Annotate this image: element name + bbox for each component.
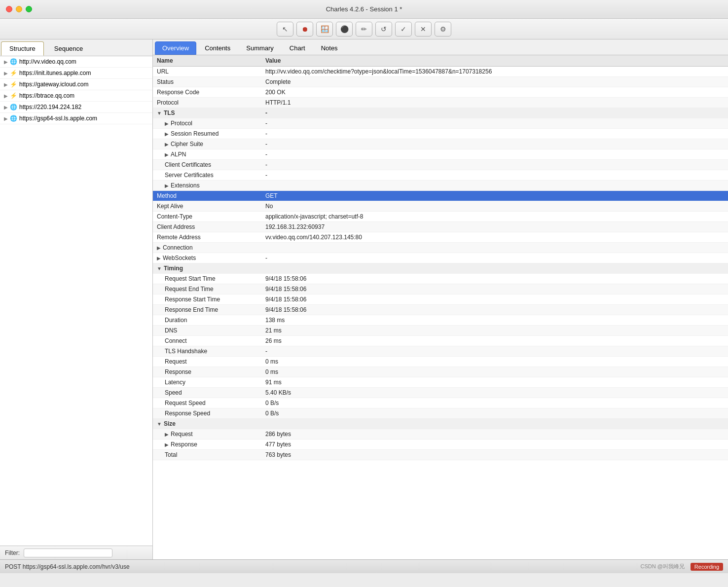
cell-value: vv.video.qq.com/140.207.123.145:80 — [261, 232, 728, 243]
cell-name: ▶Request — [153, 429, 261, 440]
table-row[interactable]: Request Start Time9/4/18 15:58:06 — [153, 274, 728, 284]
table-row[interactable]: ▶ALPN- — [153, 149, 728, 160]
expand-arrow: ▶ — [165, 121, 169, 126]
window-title: Charles 4.2.6 - Session 1 * — [326, 5, 402, 13]
table-row[interactable]: ▼TLS- — [153, 108, 728, 118]
cell-value: 763 bytes — [261, 450, 728, 460]
table-row[interactable]: Speed5.40 KB/s — [153, 388, 728, 398]
cell-value: application/x-javascript; charset=utf-8 — [261, 212, 728, 222]
globe-icon-4: 🌐 — [10, 104, 17, 110]
table-row[interactable]: URLhttp://vv.video.qq.com/checktime?otyp… — [153, 67, 728, 77]
filter-label: Filter: — [5, 550, 20, 556]
table-row[interactable]: Server Certificates- — [153, 170, 728, 181]
table-row[interactable]: ▶Request286 bytes — [153, 429, 728, 440]
data-table: Name Value URLhttp://vv.video.qq.com/che… — [153, 55, 728, 460]
table-row[interactable]: Response Code200 OK — [153, 87, 728, 98]
sidebar-item-0[interactable]: ▶ 🌐 http://vv.video.qq.com — [0, 56, 152, 68]
tab-chart[interactable]: Chart — [282, 41, 313, 55]
cell-value: 0 ms — [261, 367, 728, 377]
filter-input[interactable] — [24, 549, 112, 557]
cell-value: - — [261, 170, 728, 181]
table-row[interactable]: Remote Addressvv.video.qq.com/140.207.12… — [153, 232, 728, 243]
sidebar-filter-bar: Filter: — [0, 546, 152, 559]
table-row[interactable]: ▶Session Resumed- — [153, 129, 728, 139]
cell-value: 9/4/18 15:58:06 — [261, 305, 728, 315]
tab-contents[interactable]: Contents — [197, 41, 238, 55]
main-layout: Structure Sequence ▶ 🌐 http://vv.video.q… — [0, 39, 728, 559]
cell-name: Response Speed — [153, 408, 261, 419]
sidebar-item-2[interactable]: ▶ ⚡ https://gateway.icloud.com — [0, 79, 152, 90]
table-row[interactable]: Client Certificates- — [153, 160, 728, 170]
toolbar-stop-btn[interactable]: ⚫ — [336, 22, 353, 37]
table-row[interactable]: MethodGET — [153, 191, 728, 201]
toolbar: ↖ ⏺ 🪟 ⚫ ✏ ↺ ✓ ✕ ⚙ — [0, 19, 728, 39]
table-row[interactable]: ▶Extensions — [153, 181, 728, 191]
cell-name: ▶Protocol — [153, 118, 261, 129]
toolbar-edit-btn[interactable]: ✏ — [356, 22, 372, 37]
sidebar-tab-structure[interactable]: Structure — [1, 41, 44, 56]
watermark: CSDN @叫我峰兄 — [640, 563, 684, 570]
toolbar-snapshot-btn[interactable]: 🪟 — [316, 22, 333, 37]
overview-table: Name Value URLhttp://vv.video.qq.com/che… — [153, 55, 728, 559]
expand-arrow-3: ▶ — [4, 93, 8, 99]
cell-name: ▼TLS — [153, 108, 261, 118]
table-row[interactable]: ▶WebSockets- — [153, 253, 728, 263]
cell-name: Duration — [153, 315, 261, 326]
tab-overview[interactable]: Overview — [155, 41, 196, 55]
table-row[interactable]: ▶Protocol- — [153, 118, 728, 129]
cell-name: ▼Size — [153, 419, 261, 429]
table-row[interactable]: Connect26 ms — [153, 336, 728, 346]
cell-name: Latency — [153, 377, 261, 388]
toolbar-refresh-btn[interactable]: ↺ — [375, 22, 392, 37]
table-row[interactable]: Response Start Time9/4/18 15:58:06 — [153, 294, 728, 305]
table-row[interactable]: Kept AliveNo — [153, 201, 728, 212]
table-row[interactable]: Request End Time9/4/18 15:58:06 — [153, 284, 728, 294]
table-row[interactable]: Client Address192.168.31.232:60937 — [153, 222, 728, 232]
sidebar-item-3[interactable]: ▶ ⚡ https://btrace.qq.com — [0, 90, 152, 102]
table-row[interactable]: ▶Connection — [153, 243, 728, 253]
cell-name: Speed — [153, 388, 261, 398]
table-row[interactable]: Response Speed0 B/s — [153, 408, 728, 419]
cell-name: ▼Timing — [153, 263, 261, 274]
table-row[interactable]: DNS21 ms — [153, 326, 728, 336]
maximize-button[interactable] — [26, 6, 32, 12]
expand-arrow: ▶ — [165, 183, 169, 188]
table-row[interactable]: ▶Response477 bytes — [153, 440, 728, 450]
cell-name: DNS — [153, 326, 261, 336]
cell-value: 91 ms — [261, 377, 728, 388]
close-button[interactable] — [6, 6, 12, 12]
sidebar-item-5[interactable]: ▶ 🌐 https://gsp64-ssl.ls.apple.com — [0, 113, 152, 124]
sidebar-tab-sequence[interactable]: Sequence — [46, 41, 92, 56]
tab-notes[interactable]: Notes — [314, 41, 345, 55]
table-row[interactable]: ProtocolHTTP/1.1 — [153, 98, 728, 108]
cell-name: Client Certificates — [153, 160, 261, 170]
table-row[interactable]: Response End Time9/4/18 15:58:06 — [153, 305, 728, 315]
toolbar-settings-btn[interactable]: ⚙ — [435, 22, 451, 37]
toolbar-x-btn[interactable]: ✕ — [415, 22, 432, 37]
table-row[interactable]: StatusComplete — [153, 77, 728, 87]
table-row[interactable]: Request Speed0 B/s — [153, 398, 728, 408]
cell-value: HTTP/1.1 — [261, 98, 728, 108]
table-row[interactable]: Response0 ms — [153, 367, 728, 377]
cell-name: ▶Session Resumed — [153, 129, 261, 139]
table-row[interactable]: Duration138 ms — [153, 315, 728, 326]
table-row[interactable]: ▼Size — [153, 419, 728, 429]
tab-summary[interactable]: Summary — [239, 41, 281, 55]
table-row[interactable]: ▶Cipher Suite- — [153, 139, 728, 149]
cell-value: 0 ms — [261, 357, 728, 367]
content-pane: Overview Contents Summary Chart Notes Na… — [153, 39, 728, 559]
sidebar-item-1[interactable]: ▶ ⚡ https://init.itunes.apple.com — [0, 68, 152, 79]
minimize-button[interactable] — [16, 6, 22, 12]
table-row[interactable]: ▼Timing — [153, 263, 728, 274]
toolbar-check-btn[interactable]: ✓ — [395, 22, 412, 37]
toolbar-back-btn[interactable]: ↖ — [277, 22, 293, 37]
sidebar-item-4[interactable]: ▶ 🌐 https://220.194.224.182 — [0, 102, 152, 113]
table-row[interactable]: Content-Typeapplication/x-javascript; ch… — [153, 212, 728, 222]
table-row[interactable]: Total763 bytes — [153, 450, 728, 460]
table-row[interactable]: TLS Handshake- — [153, 346, 728, 357]
table-row[interactable]: Request0 ms — [153, 357, 728, 367]
cell-value — [261, 419, 728, 429]
status-url: POST https://gsp64-ssl.ls.apple.com/hvr/… — [5, 563, 130, 570]
table-row[interactable]: Latency91 ms — [153, 377, 728, 388]
toolbar-record-btn[interactable]: ⏺ — [296, 22, 313, 37]
